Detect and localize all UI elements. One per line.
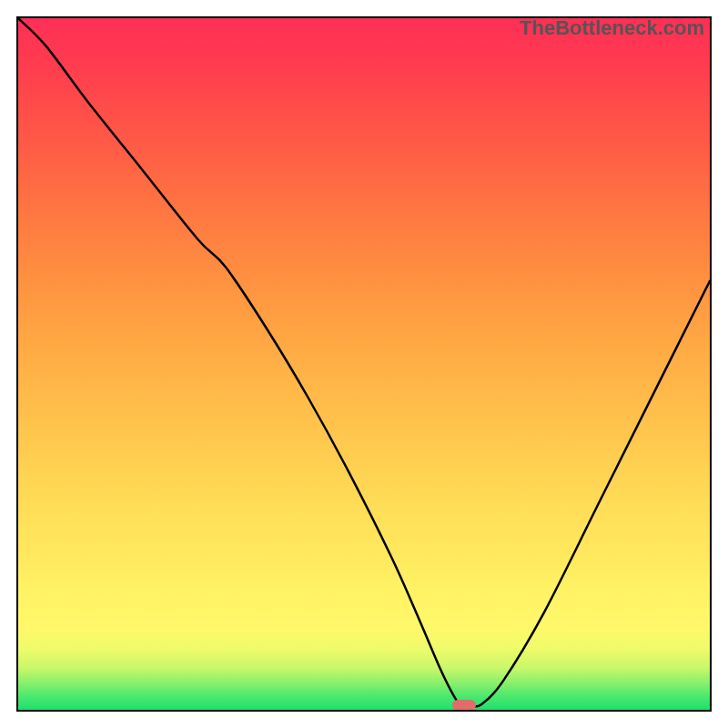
optimal-point-marker	[452, 700, 476, 711]
plot-area: TheBottleneck.com	[16, 16, 712, 712]
bottleneck-curve	[18, 18, 710, 710]
chart-frame: TheBottleneck.com	[0, 0, 728, 728]
